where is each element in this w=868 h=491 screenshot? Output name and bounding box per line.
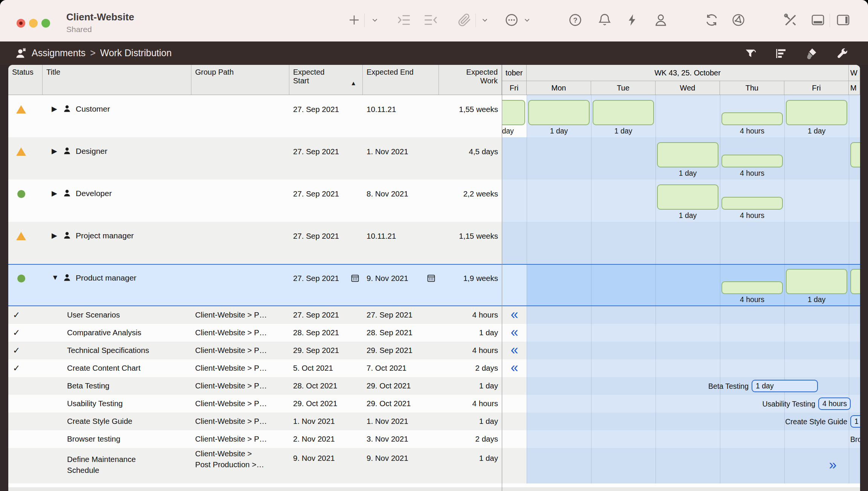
- title-cell: Browser testing: [43, 430, 191, 448]
- gantt-day-label: Tue: [591, 81, 656, 95]
- column-header-group-path[interactable]: Group Path: [191, 65, 289, 95]
- work-bar[interactable]: [786, 100, 847, 125]
- format-brush-icon[interactable]: [803, 47, 819, 60]
- column-header-title[interactable]: Title: [43, 65, 191, 95]
- activity-bolt-icon[interactable]: [623, 11, 641, 29]
- work-bar[interactable]: [528, 100, 590, 125]
- bottom-panel-toggle-icon[interactable]: [809, 11, 827, 29]
- pushed-left-icon[interactable]: «: [502, 342, 527, 358]
- task-row-create-content-chart[interactable]: ✓ Create Content Chart Client-Website > …: [8, 359, 860, 377]
- gantt-timescale-header[interactable]: tober WK 43, 25. October W Fri Mon Tue W…: [502, 65, 860, 95]
- work-bar[interactable]: [657, 184, 718, 210]
- gantt-cell: Create Style Guide 1 day: [502, 413, 860, 430]
- more-actions-icon[interactable]: [503, 11, 521, 29]
- tools-icon[interactable]: [781, 11, 799, 29]
- status-cell: ✓: [8, 324, 43, 342]
- gantt-gridlines: [527, 448, 860, 483]
- status-cell: [8, 413, 43, 430]
- work-bar-label: 1 day: [657, 211, 718, 220]
- work-bar[interactable]: [721, 197, 783, 210]
- assignment-title: Designer: [76, 147, 107, 156]
- task-row-user-scenarios[interactable]: ✓ User Scenarios Client-Website > P… 27.…: [8, 306, 860, 324]
- gantt-prev-day-column: «: [502, 342, 527, 359]
- outdent-icon[interactable]: [422, 11, 440, 29]
- work-chip[interactable]: 1 day: [752, 380, 818, 392]
- disclosure-collapsed-icon[interactable]: ▶: [52, 189, 63, 198]
- breadcrumb-item-work-distribution[interactable]: Work Distribution: [100, 48, 172, 58]
- pushed-left-icon[interactable]: «: [502, 360, 527, 376]
- user-person-icon[interactable]: [652, 11, 670, 29]
- work-bar[interactable]: [850, 142, 860, 167]
- toolbar-separator: [475, 14, 476, 27]
- work-bar[interactable]: [657, 142, 718, 167]
- expected-end-cell: 27. Sep 2021: [363, 306, 439, 324]
- assignment-row-product-manager[interactable]: ▼ Product manager 27. Sep 2021 9. Nov 20…: [8, 264, 860, 306]
- calendar-icon[interactable]: [351, 274, 359, 282]
- assignment-row-customer[interactable]: ▶ Customer 27. Sep 2021 10.11.21 1,55 we…: [8, 95, 860, 137]
- column-header-status[interactable]: Status: [8, 65, 43, 95]
- work-bar[interactable]: [786, 269, 847, 294]
- assignment-row-developer[interactable]: ▶ Developer 27. Sep 2021 8. Nov 2021 2,2…: [8, 180, 860, 222]
- work-bar[interactable]: [721, 112, 783, 125]
- task-row-browser-testing[interactable]: Browser testing Client-Website > P… 2. N…: [8, 430, 860, 448]
- calendar-icon[interactable]: [427, 274, 435, 282]
- group-path-cell: [191, 222, 289, 264]
- breadcrumb-item-assignments[interactable]: Assignments: [32, 48, 86, 58]
- help-icon[interactable]: ?: [566, 11, 584, 29]
- sort-ascending-icon: ▲: [350, 80, 356, 87]
- gantt-task-label: Usability Testing: [762, 399, 815, 408]
- task-row-comparative-analysis[interactable]: ✓ Comparative Analysis Client-Website > …: [8, 324, 860, 342]
- expected-work-cell: 4,5 days: [439, 137, 502, 180]
- status-cell: [8, 430, 43, 448]
- more-actions-chevron-icon[interactable]: [521, 11, 533, 29]
- task-row-beta-testing[interactable]: Beta Testing Client-Website > P… 28. Oct…: [8, 377, 860, 395]
- zoom-window-button[interactable]: [41, 19, 50, 28]
- attachment-paperclip-icon[interactable]: [455, 11, 474, 29]
- minimize-window-button[interactable]: [29, 19, 38, 28]
- title-cell: ▶ Designer: [43, 137, 191, 180]
- pushed-left-icon[interactable]: «: [502, 324, 527, 340]
- network-globe-icon[interactable]: [729, 11, 747, 29]
- right-panel-toggle-icon[interactable]: [834, 11, 852, 29]
- indent-icon[interactable]: [395, 11, 413, 29]
- attachment-menu-chevron-icon[interactable]: [479, 11, 491, 29]
- work-chip[interactable]: 4 hours: [818, 397, 851, 410]
- status-warning-icon: [16, 147, 26, 156]
- notifications-bell-icon[interactable]: [596, 11, 614, 29]
- task-row-define-maintenance-schedule[interactable]: Define Maintenance Schedule Client-Websi…: [8, 448, 860, 483]
- add-item-button[interactable]: [345, 11, 363, 29]
- pushed-right-icon[interactable]: »: [820, 457, 845, 473]
- task-row-usability-testing[interactable]: Usability Testing Client-Website > P… 29…: [8, 395, 860, 413]
- work-bar[interactable]: [502, 100, 525, 125]
- task-row-create-style-guide[interactable]: Create Style Guide Client-Website > P… 1…: [8, 413, 860, 430]
- gantt-prev-day-column: [502, 413, 527, 430]
- pushed-left-icon[interactable]: «: [502, 307, 527, 322]
- task-row-technical-specifications[interactable]: ✓ Technical Specifications Client-Websit…: [8, 342, 860, 359]
- work-bar[interactable]: [850, 269, 860, 294]
- settings-wrench-icon[interactable]: [834, 47, 850, 60]
- expected-end-cell: 9. Nov 2021: [363, 448, 439, 483]
- assignment-row-project-manager[interactable]: ▶ Project manager 27. Sep 2021 10.11.21 …: [8, 222, 860, 264]
- document-title: Client-Website: [66, 11, 134, 23]
- horizontal-scrollbar-track[interactable]: [8, 487, 860, 491]
- expected-start-cell: 27. Sep 2021: [289, 95, 363, 137]
- status-cell: [8, 137, 43, 180]
- add-item-menu-chevron-icon[interactable]: [369, 11, 381, 29]
- disclosure-collapsed-icon[interactable]: ▶: [52, 147, 63, 155]
- work-bar[interactable]: [721, 155, 783, 167]
- column-header-expected-work[interactable]: Expected Work: [439, 65, 502, 95]
- filter-funnel-icon[interactable]: [743, 47, 759, 60]
- outline-view-icon[interactable]: [773, 47, 789, 60]
- status-cell: [8, 222, 43, 264]
- work-bar[interactable]: [721, 281, 783, 294]
- assignment-row-designer[interactable]: ▶ Designer 27. Sep 2021 1. Nov 2021 4,5 …: [8, 137, 860, 180]
- disclosure-expanded-icon[interactable]: ▼: [52, 273, 63, 282]
- disclosure-collapsed-icon[interactable]: ▶: [52, 231, 63, 240]
- column-header-expected-start[interactable]: Expected Start▲: [289, 65, 363, 95]
- column-header-expected-end[interactable]: Expected End: [363, 65, 439, 95]
- sync-refresh-icon[interactable]: [703, 11, 721, 29]
- work-bar[interactable]: [593, 100, 654, 125]
- close-window-button[interactable]: [17, 19, 25, 28]
- work-chip[interactable]: 1 day: [850, 415, 860, 428]
- disclosure-collapsed-icon[interactable]: ▶: [52, 104, 63, 113]
